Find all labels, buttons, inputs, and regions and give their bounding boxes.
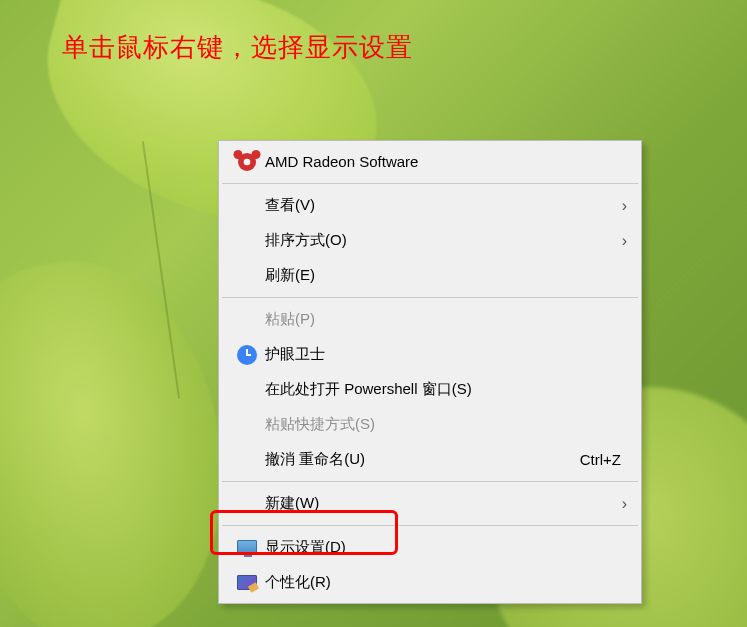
- menu-label: 撤消 重命名(U): [265, 450, 580, 469]
- menu-label: 粘贴快捷方式(S): [265, 415, 627, 434]
- menu-divider: [222, 525, 638, 526]
- personalize-icon: [229, 575, 265, 590]
- menu-label: AMD Radeon Software: [265, 153, 627, 170]
- amd-icon: [229, 144, 265, 180]
- menu-label: 个性化(R): [265, 573, 627, 592]
- menu-item-personalize[interactable]: 个性化(R): [221, 565, 639, 600]
- menu-item-refresh[interactable]: 刷新(E): [221, 258, 639, 293]
- monitor-icon: [229, 540, 265, 555]
- menu-item-amd[interactable]: AMD Radeon Software: [221, 144, 639, 179]
- menu-item-paste-shortcut: 粘贴快捷方式(S): [221, 407, 639, 442]
- menu-item-view[interactable]: 查看(V) ›: [221, 188, 639, 223]
- menu-item-powershell[interactable]: 在此处打开 Powershell 窗口(S): [221, 372, 639, 407]
- chevron-right-icon: ›: [611, 197, 627, 215]
- menu-item-paste: 粘贴(P): [221, 302, 639, 337]
- svg-point-3: [252, 150, 261, 159]
- menu-item-new[interactable]: 新建(W) ›: [221, 486, 639, 521]
- menu-item-eyeguard[interactable]: 护眼卫士: [221, 337, 639, 372]
- menu-label: 粘贴(P): [265, 310, 627, 329]
- chevron-right-icon: ›: [611, 495, 627, 513]
- svg-point-1: [244, 158, 251, 165]
- svg-point-2: [234, 150, 243, 159]
- menu-label: 排序方式(O): [265, 231, 611, 250]
- menu-label: 查看(V): [265, 196, 611, 215]
- menu-divider: [222, 481, 638, 482]
- desktop-context-menu: AMD Radeon Software 查看(V) › 排序方式(O) › 刷新…: [218, 140, 642, 604]
- menu-divider: [222, 297, 638, 298]
- clock-icon: [229, 345, 265, 365]
- instruction-text: 单击鼠标右键，选择显示设置: [62, 30, 413, 65]
- menu-label: 刷新(E): [265, 266, 627, 285]
- menu-item-display-settings[interactable]: 显示设置(D): [221, 530, 639, 565]
- menu-item-undo[interactable]: 撤消 重命名(U) Ctrl+Z: [221, 442, 639, 477]
- menu-shortcut: Ctrl+Z: [580, 451, 621, 468]
- menu-label: 显示设置(D): [265, 538, 627, 557]
- menu-label: 护眼卫士: [265, 345, 627, 364]
- menu-label: 新建(W): [265, 494, 611, 513]
- menu-label: 在此处打开 Powershell 窗口(S): [265, 380, 627, 399]
- chevron-right-icon: ›: [611, 232, 627, 250]
- menu-divider: [222, 183, 638, 184]
- menu-item-sort[interactable]: 排序方式(O) ›: [221, 223, 639, 258]
